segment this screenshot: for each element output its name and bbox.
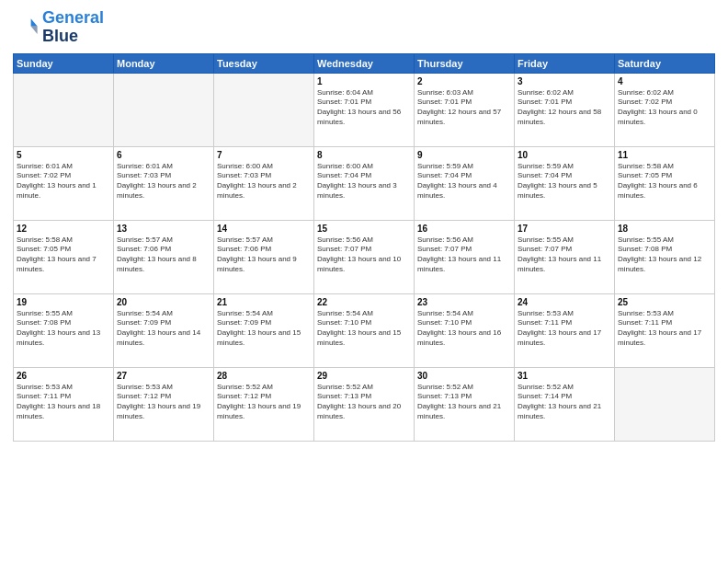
day-info: Sunrise: 6:04 AMSunset: 7:01 PMDaylight:… [317, 88, 411, 128]
calendar-cell: 26Sunrise: 5:53 AMSunset: 7:11 PMDayligh… [14, 367, 114, 441]
day-info: Sunrise: 5:52 AMSunset: 7:12 PMDaylight:… [217, 383, 311, 422]
day-info: Sunrise: 5:57 AMSunset: 7:06 PMDaylight:… [217, 236, 311, 275]
day-info: Sunrise: 5:55 AMSunset: 7:08 PMDaylight:… [618, 236, 711, 275]
calendar-cell: 13Sunrise: 5:57 AMSunset: 7:06 PMDayligh… [114, 220, 214, 293]
day-info: Sunrise: 5:54 AMSunset: 7:10 PMDaylight:… [417, 309, 511, 349]
day-number: 1 [317, 76, 411, 86]
calendar-cell: 28Sunrise: 5:52 AMSunset: 7:12 PMDayligh… [214, 367, 314, 441]
calendar-cell: 5Sunrise: 6:01 AMSunset: 7:02 PMDaylight… [14, 146, 114, 220]
day-info: Sunrise: 5:54 AMSunset: 7:10 PMDaylight:… [317, 309, 411, 349]
calendar-week: 5Sunrise: 6:01 AMSunset: 7:02 PMDaylight… [14, 146, 715, 220]
calendar-cell: 18Sunrise: 5:55 AMSunset: 7:08 PMDayligh… [615, 220, 715, 293]
day-number: 17 [518, 224, 611, 234]
logo: GeneralBlue [13, 9, 104, 46]
svg-marker-1 [31, 26, 38, 33]
calendar-cell [214, 73, 314, 146]
calendar-cell: 9Sunrise: 5:59 AMSunset: 7:04 PMDaylight… [415, 146, 515, 220]
day-info: Sunrise: 5:54 AMSunset: 7:09 PMDaylight:… [217, 309, 311, 349]
calendar-cell: 25Sunrise: 5:53 AMSunset: 7:11 PMDayligh… [615, 293, 715, 367]
day-info: Sunrise: 6:01 AMSunset: 7:02 PMDaylight:… [17, 162, 110, 201]
day-number: 23 [417, 297, 511, 307]
calendar-cell: 31Sunrise: 5:52 AMSunset: 7:14 PMDayligh… [515, 367, 615, 441]
day-number: 22 [317, 297, 411, 307]
day-number: 25 [618, 297, 711, 307]
day-number: 9 [417, 150, 511, 160]
calendar-cell: 11Sunrise: 5:58 AMSunset: 7:05 PMDayligh… [615, 146, 715, 220]
calendar-body: 1Sunrise: 6:04 AMSunset: 7:01 PMDaylight… [14, 73, 715, 441]
calendar-cell: 8Sunrise: 6:00 AMSunset: 7:04 PMDaylight… [314, 146, 415, 220]
day-number: 10 [518, 150, 611, 160]
day-info: Sunrise: 5:52 AMSunset: 7:14 PMDaylight:… [518, 383, 611, 422]
day-info: Sunrise: 5:55 AMSunset: 7:08 PMDaylight:… [17, 309, 110, 349]
day-info: Sunrise: 5:59 AMSunset: 7:04 PMDaylight:… [518, 162, 611, 201]
day-info: Sunrise: 5:53 AMSunset: 7:11 PMDaylight:… [518, 309, 611, 349]
day-number: 13 [117, 224, 210, 234]
day-info: Sunrise: 6:00 AMSunset: 7:04 PMDaylight:… [317, 162, 411, 201]
calendar-cell: 6Sunrise: 6:01 AMSunset: 7:03 PMDaylight… [114, 146, 214, 220]
day-number: 19 [17, 297, 110, 307]
day-number: 2 [417, 76, 511, 86]
page: GeneralBlue SundayMondayTuesdayWednesday… [0, 0, 728, 563]
calendar-cell: 1Sunrise: 6:04 AMSunset: 7:01 PMDaylight… [314, 73, 415, 146]
svg-marker-0 [31, 18, 38, 26]
day-number: 7 [217, 150, 311, 160]
calendar-cell: 21Sunrise: 5:54 AMSunset: 7:09 PMDayligh… [214, 293, 314, 367]
weekday-header-cell: Sunday [14, 53, 114, 73]
calendar-cell: 23Sunrise: 5:54 AMSunset: 7:10 PMDayligh… [415, 293, 515, 367]
calendar-cell: 16Sunrise: 5:56 AMSunset: 7:07 PMDayligh… [415, 220, 515, 293]
day-info: Sunrise: 6:03 AMSunset: 7:01 PMDaylight:… [417, 88, 511, 128]
day-info: Sunrise: 5:54 AMSunset: 7:09 PMDaylight:… [117, 309, 210, 349]
day-number: 15 [317, 224, 411, 234]
day-info: Sunrise: 6:01 AMSunset: 7:03 PMDaylight:… [117, 162, 210, 201]
calendar-cell: 22Sunrise: 5:54 AMSunset: 7:10 PMDayligh… [314, 293, 415, 367]
calendar-cell: 29Sunrise: 5:52 AMSunset: 7:13 PMDayligh… [314, 367, 415, 441]
day-info: Sunrise: 5:53 AMSunset: 7:11 PMDaylight:… [618, 309, 711, 349]
day-info: Sunrise: 5:59 AMSunset: 7:04 PMDaylight:… [417, 162, 511, 201]
calendar-cell: 17Sunrise: 5:55 AMSunset: 7:07 PMDayligh… [515, 220, 615, 293]
day-number: 18 [618, 224, 711, 234]
day-number: 11 [618, 150, 711, 160]
day-number: 26 [17, 371, 110, 381]
calendar-cell: 7Sunrise: 6:00 AMSunset: 7:03 PMDaylight… [214, 146, 314, 220]
weekday-header-cell: Monday [114, 53, 214, 73]
calendar-table: SundayMondayTuesdayWednesdayThursdayFrid… [13, 53, 715, 442]
day-number: 14 [217, 224, 311, 234]
calendar-week: 12Sunrise: 5:58 AMSunset: 7:05 PMDayligh… [14, 220, 715, 293]
logo-icon [13, 15, 39, 40]
day-info: Sunrise: 5:58 AMSunset: 7:05 PMDaylight:… [17, 236, 110, 275]
day-number: 20 [117, 297, 210, 307]
calendar-cell [615, 367, 715, 441]
logo-text: GeneralBlue [42, 9, 104, 46]
day-info: Sunrise: 6:02 AMSunset: 7:01 PMDaylight:… [518, 88, 611, 128]
day-info: Sunrise: 6:02 AMSunset: 7:02 PMDaylight:… [618, 88, 711, 128]
day-number: 16 [417, 224, 511, 234]
weekday-header-cell: Saturday [615, 53, 715, 73]
day-number: 30 [417, 371, 511, 381]
weekday-header-cell: Tuesday [214, 53, 314, 73]
day-info: Sunrise: 5:52 AMSunset: 7:13 PMDaylight:… [317, 383, 411, 422]
calendar-cell: 4Sunrise: 6:02 AMSunset: 7:02 PMDaylight… [615, 73, 715, 146]
header: GeneralBlue [13, 9, 715, 46]
calendar-cell: 24Sunrise: 5:53 AMSunset: 7:11 PMDayligh… [515, 293, 615, 367]
calendar-cell: 12Sunrise: 5:58 AMSunset: 7:05 PMDayligh… [14, 220, 114, 293]
day-number: 24 [518, 297, 611, 307]
calendar-cell: 10Sunrise: 5:59 AMSunset: 7:04 PMDayligh… [515, 146, 615, 220]
calendar-cell: 30Sunrise: 5:52 AMSunset: 7:13 PMDayligh… [415, 367, 515, 441]
calendar-cell [14, 73, 114, 146]
day-number: 5 [17, 150, 110, 160]
day-info: Sunrise: 5:58 AMSunset: 7:05 PMDaylight:… [618, 162, 711, 201]
calendar-cell: 14Sunrise: 5:57 AMSunset: 7:06 PMDayligh… [214, 220, 314, 293]
day-number: 6 [117, 150, 210, 160]
day-info: Sunrise: 5:52 AMSunset: 7:13 PMDaylight:… [417, 383, 511, 422]
calendar-cell: 27Sunrise: 5:53 AMSunset: 7:12 PMDayligh… [114, 367, 214, 441]
day-number: 28 [217, 371, 311, 381]
weekday-header-cell: Thursday [415, 53, 515, 73]
day-number: 31 [518, 371, 611, 381]
day-info: Sunrise: 5:55 AMSunset: 7:07 PMDaylight:… [518, 236, 611, 275]
calendar-cell: 19Sunrise: 5:55 AMSunset: 7:08 PMDayligh… [14, 293, 114, 367]
calendar-cell: 3Sunrise: 6:02 AMSunset: 7:01 PMDaylight… [515, 73, 615, 146]
day-info: Sunrise: 5:53 AMSunset: 7:11 PMDaylight:… [17, 383, 110, 422]
day-number: 27 [117, 371, 210, 381]
day-info: Sunrise: 5:57 AMSunset: 7:06 PMDaylight:… [117, 236, 210, 275]
calendar-cell: 20Sunrise: 5:54 AMSunset: 7:09 PMDayligh… [114, 293, 214, 367]
